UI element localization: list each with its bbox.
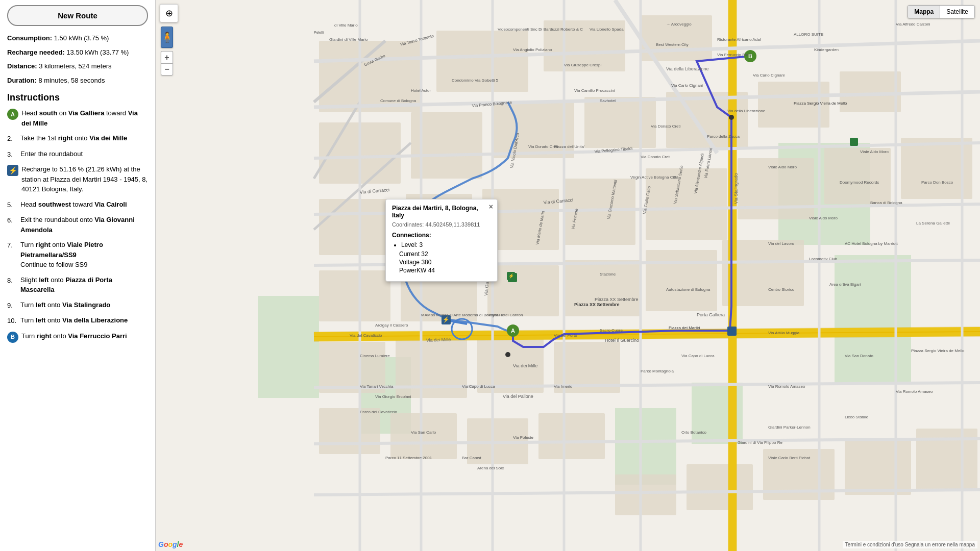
recharge-value: 13.50 kWh (33.77 %)	[66, 48, 129, 56]
consumption-value: 1.50 kWh (3.75 %)	[54, 34, 109, 42]
instruction-step: AHead south on Via Galliera toward Via d…	[7, 108, 148, 128]
popup-coords-label: Coordinates:	[392, 221, 424, 228]
step-text: Turn right onto Viale Pietro Pietramella…	[20, 240, 148, 270]
voltage-label: Voltage	[399, 259, 420, 266]
map-type-controls: Mappa Satellite	[908, 5, 975, 18]
consumption-stat: Consumption: 1.50 kWh (3.75 %)	[7, 33, 148, 43]
map-area: A B ⚡ Via dei Mille Via Galliera Via Sta…	[156, 0, 980, 551]
waypoint-icon: A	[7, 109, 18, 120]
step-number: 10.	[7, 315, 18, 326]
popup-title: Piazza dei Martiri, 8, Bologna, Italy	[392, 205, 491, 219]
zoom-out-button[interactable]: −	[161, 63, 173, 76]
current-label: Current	[399, 251, 420, 258]
distance-value: 3 kilometers, 524 meters	[39, 62, 111, 70]
duration-label: Duration:	[7, 77, 37, 84]
instruction-step: 5.Head southwest toward Via Cairoli	[7, 199, 148, 210]
power-label: PowerKW	[399, 267, 426, 274]
instruction-step: ⚡Recharge to 51.16 % (21.26 kWh) at the …	[7, 164, 148, 194]
step-text: Slight left onto Piazza di Porta Mascare…	[20, 275, 148, 295]
step-number: 9.	[7, 300, 18, 311]
instruction-step: 7.Turn right onto Viale Pietro Pietramel…	[7, 240, 148, 270]
google-logo: Google	[158, 540, 183, 548]
instruction-step: 8.Slight left onto Piazza di Porta Masca…	[7, 275, 148, 295]
current-detail: Current 32	[399, 251, 491, 258]
level-value: 3	[419, 241, 423, 248]
step-text: Take the 1st right onto Via dei Mille	[20, 133, 148, 143]
step-number: 3.	[7, 149, 18, 160]
step-text: Turn left onto Via Stalingrado	[20, 300, 148, 310]
step-text: Turn left onto Via della Liberazione	[20, 315, 148, 325]
waypoint-icon: B	[7, 332, 18, 343]
left-panel: New Route Consumption: 1.50 kWh (3.75 %)…	[0, 0, 156, 551]
step-number: 2.	[7, 133, 18, 144]
map-type-mappa[interactable]: Mappa	[908, 6, 940, 18]
step-text: Exit the roundabout onto Via Giovanni Am…	[20, 215, 148, 235]
distance-stat: Distance: 3 kilometers, 524 meters	[7, 61, 148, 71]
popup-coords-value: 44.502459,11.339811	[425, 221, 480, 228]
instruction-step: BTurn right onto Via Ferruccio Parri	[7, 331, 148, 343]
map-attribution-right: Termini e condizioni d'uso Segnala un er…	[843, 541, 977, 548]
step-text: Recharge to 51.16 % (21.26 kWh) at the s…	[21, 164, 148, 194]
station-popup: × Piazza dei Martiri, 8, Bologna, Italy …	[385, 199, 498, 282]
level-item: Level: 3	[401, 241, 491, 248]
step-number: 6.	[7, 215, 18, 226]
voltage-detail: Voltage 380	[399, 259, 491, 266]
zoom-in-button[interactable]: +	[161, 51, 173, 63]
step-number: 8.	[7, 275, 18, 286]
map-background	[156, 0, 980, 551]
new-route-button[interactable]: New Route	[7, 5, 148, 26]
instruction-step: 9.Turn left onto Via Stalingrado	[7, 300, 148, 311]
compass-button[interactable]: ⊕	[160, 4, 178, 22]
step-text: Enter the roundabout	[20, 149, 148, 159]
step-number: 7.	[7, 240, 18, 251]
voltage-value: 380	[421, 259, 431, 266]
step-number: 5.	[7, 199, 18, 210]
instruction-step: 6.Exit the roundabout onto Via Giovanni …	[7, 215, 148, 235]
map-type-satellite[interactable]: Satellite	[940, 6, 974, 18]
pegman-button[interactable]: 🧍	[161, 27, 173, 48]
step-text: Head south on Via Galliera toward Via de…	[21, 108, 148, 128]
recharge-stat: Recharge needed: 13.50 kWh (33.77 %)	[7, 47, 148, 58]
popup-coords: Coordinates: 44.502459,11.339811	[392, 221, 491, 228]
duration-value: 8 minutes, 58 seconds	[38, 77, 105, 84]
step-text: Turn right onto Via Ferruccio Parri	[21, 331, 148, 341]
instruction-step: 2.Take the 1st right onto Via dei Mille	[7, 133, 148, 144]
instructions-heading: Instructions	[7, 92, 148, 103]
current-value: 32	[421, 251, 428, 258]
connections-title: Connections:	[392, 232, 491, 239]
duration-stat: Duration: 8 minutes, 58 seconds	[7, 76, 148, 86]
power-value: 44	[428, 267, 435, 274]
zoom-controls: + −	[161, 51, 173, 76]
popup-close-button[interactable]: ×	[489, 203, 493, 211]
map-navigation-control: ⊕	[160, 4, 178, 22]
distance-label: Distance:	[7, 62, 37, 70]
instruction-step: 3.Enter the roundabout	[7, 149, 148, 160]
level-label: Level:	[401, 241, 418, 248]
step-text: Head southwest toward Via Cairoli	[20, 199, 148, 210]
recharge-label: Recharge needed:	[7, 48, 65, 56]
steps-container: AHead south on Via Galliera toward Via d…	[7, 108, 148, 343]
instruction-step: 10.Turn left onto Via della Liberazione	[7, 315, 148, 326]
consumption-label: Consumption:	[7, 34, 52, 42]
charge-icon: ⚡	[7, 165, 18, 176]
power-detail: PowerKW 44	[399, 267, 491, 274]
